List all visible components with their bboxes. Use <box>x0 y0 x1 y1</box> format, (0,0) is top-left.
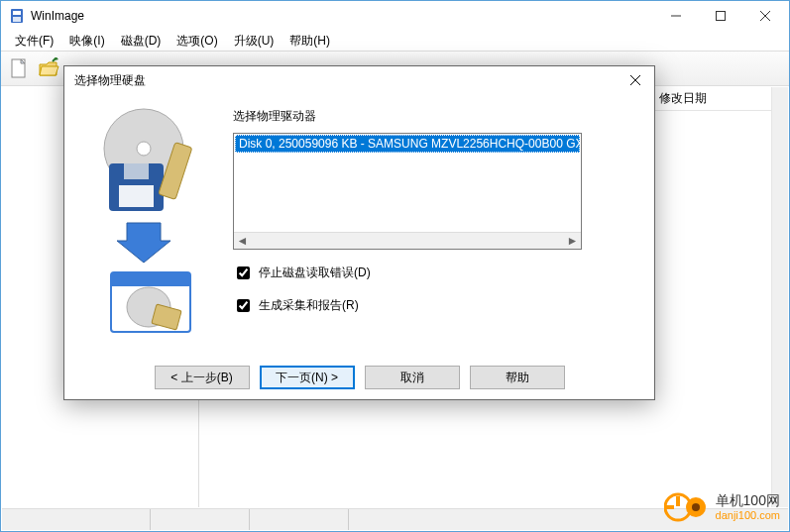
svg-rect-23 <box>676 496 680 506</box>
status-cell <box>250 509 349 530</box>
dialog-button-row: < 上一步(B) 下一页(N) > 取消 帮助 <box>64 366 654 389</box>
generate-report-input[interactable] <box>237 299 250 312</box>
minimize-button[interactable] <box>653 2 698 30</box>
menu-help[interactable]: 帮助(H) <box>282 32 338 51</box>
stop-on-error-input[interactable] <box>237 266 250 279</box>
svg-rect-1 <box>13 11 21 15</box>
watermark: 单机100网 danji100.com <box>664 490 780 524</box>
menu-disk[interactable]: 磁盘(D) <box>113 32 169 51</box>
svg-rect-18 <box>111 272 190 286</box>
stop-on-error-label: 停止磁盘读取错误(D) <box>259 265 371 281</box>
menu-image[interactable]: 映像(I) <box>61 32 112 51</box>
svg-point-25 <box>692 503 700 511</box>
scroll-left-icon[interactable]: ◄ <box>235 234 250 249</box>
stop-on-error-checkbox[interactable]: 停止磁盘读取错误(D) <box>233 264 644 282</box>
watermark-text-2: danji100.com <box>716 509 780 521</box>
menu-file[interactable]: 文件(F) <box>7 32 61 51</box>
svg-point-12 <box>137 142 151 156</box>
drive-label: 选择物理驱动器 <box>233 108 644 125</box>
watermark-text-1: 单机100网 <box>716 493 780 508</box>
svg-rect-22 <box>664 505 674 509</box>
new-file-icon[interactable] <box>5 54 33 82</box>
back-button[interactable]: < 上一步(B) <box>155 366 250 389</box>
open-folder-icon[interactable] <box>35 54 62 82</box>
close-button[interactable] <box>742 2 787 30</box>
cancel-button[interactable]: 取消 <box>365 366 460 389</box>
dialog-title: 选择物理硬盘 <box>74 72 621 89</box>
scroll-right-icon[interactable]: ► <box>565 234 580 249</box>
svg-rect-14 <box>124 163 149 179</box>
menu-options[interactable]: 选项(O) <box>169 32 225 51</box>
help-button[interactable]: 帮助 <box>470 366 565 389</box>
svg-rect-2 <box>13 17 21 22</box>
generate-report-checkbox[interactable]: 生成采集和报告(R) <box>233 296 644 315</box>
app-icon <box>9 8 25 24</box>
drive-list-item[interactable]: Disk 0, 250059096 KB - SAMSUNG MZVL2256H… <box>235 135 580 153</box>
next-button[interactable]: 下一页(N) > <box>260 366 355 389</box>
generate-report-label: 生成采集和报告(R) <box>259 297 359 314</box>
svg-rect-4 <box>716 12 725 21</box>
disk-wizard-icon <box>89 104 208 342</box>
titlebar: WinImage <box>1 1 789 31</box>
status-cell <box>2 509 151 530</box>
status-cell <box>151 509 250 530</box>
horizontal-scrollbar[interactable]: ◄ ► <box>234 232 581 249</box>
wizard-graphic <box>74 98 223 356</box>
menubar: 文件(F) 映像(I) 磁盘(D) 选项(O) 升级(U) 帮助(H) <box>1 31 789 51</box>
dialog-titlebar: 选择物理硬盘 <box>64 66 654 94</box>
app-title: WinImage <box>31 9 653 23</box>
dialog-close-button[interactable] <box>621 68 650 92</box>
svg-rect-15 <box>119 185 154 207</box>
menu-upgrade[interactable]: 升级(U) <box>226 32 282 51</box>
drive-listbox[interactable]: Disk 0, 250059096 KB - SAMSUNG MZVL2256H… <box>233 133 582 250</box>
select-disk-dialog: 选择物理硬盘 选择物理驱动器 <box>63 65 655 400</box>
vertical-scrollbar[interactable] <box>771 87 788 507</box>
maximize-button[interactable] <box>698 2 742 30</box>
watermark-logo-icon <box>664 490 708 524</box>
